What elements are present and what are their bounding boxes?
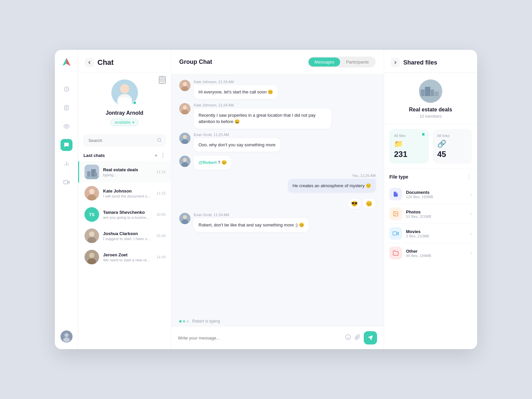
list-item[interactable]: Jeroen Zoet We need to start a new re...… (78, 246, 171, 268)
file-type-more-button[interactable]: ⋮ (466, 173, 472, 181)
file-type-name: Movies (406, 229, 466, 234)
message-input[interactable] (178, 335, 342, 340)
chat-info: Joshua Clarkson I suggest to start, I ha… (103, 231, 152, 241)
group-members: 10 members (420, 114, 442, 119)
svg-rect-64 (393, 232, 397, 235)
dot2 (183, 320, 185, 323)
right-panel: Shared files Real estate deals 10 member… (384, 50, 477, 349)
tab-participants[interactable]: Participants (340, 58, 375, 66)
group-avatar (419, 79, 442, 103)
chat-list: Real estate deals typing... 11:15 Kate J… (78, 161, 171, 349)
list-item[interactable]: Kate Johnson I will send the document s.… (78, 183, 171, 204)
msg-sender: Kate Johnson, 11:24 AM (194, 80, 278, 84)
sidebar-item-stats[interactable] (61, 158, 72, 170)
file-type-meta: 126 files, 193MB (406, 195, 466, 199)
chat-avatar (84, 186, 99, 200)
more-chats-button[interactable]: ⋮ (160, 152, 166, 159)
svg-rect-60 (419, 96, 442, 103)
all-links-card[interactable]: All links 🔗 45 (433, 129, 472, 164)
collapse-button[interactable] (391, 58, 400, 67)
search-row (83, 135, 166, 146)
sidebar-item-chat[interactable] (61, 139, 72, 151)
msg-bubble: Robert, don't be like that and say somet… (194, 218, 309, 232)
tab-group: Messages Participants (308, 57, 376, 67)
file-type-item-other[interactable]: Other 49 files, 194MB › (389, 243, 472, 263)
typing-dots (179, 320, 189, 323)
chat-info: Jeroen Zoet We need to start a new re... (103, 252, 152, 262)
dot1 (179, 320, 182, 323)
chat-avatar (84, 228, 99, 243)
msg-bubble: Recently I saw properties in a great loc… (194, 108, 332, 129)
msg-sender: Evan Scott, 11:34 AM (194, 213, 309, 217)
msg-bubble: Hi everyone, let's start the call soon 😊 (194, 85, 278, 99)
msg-bubble: @Robert ? 😊 (194, 156, 231, 170)
msg-avatar (179, 156, 191, 167)
sidebar-item-eye[interactable] (61, 120, 72, 132)
emoji-button[interactable] (345, 334, 351, 341)
add-chat-button[interactable]: + (155, 153, 158, 159)
file-type-item-movies[interactable]: Movies 3 files, 210MB › (389, 224, 472, 243)
msg-avatar (179, 213, 191, 224)
search-input[interactable] (83, 135, 166, 146)
list-item[interactable]: TS Tamara Shevchenko are you going to a … (78, 204, 171, 225)
file-type-meta: 49 files, 194MB (406, 254, 466, 258)
svg-point-14 (65, 333, 68, 337)
nav-icons (61, 83, 72, 331)
svg-marker-63 (397, 232, 398, 235)
chat-name: Jeroen Zoet (103, 252, 152, 257)
file-stats: All files 📁 231 All links 🔗 45 (384, 124, 477, 169)
stat-label: All links (437, 134, 467, 138)
file-type-name: Other (406, 249, 466, 254)
sidebar-item-video[interactable] (61, 176, 72, 188)
msg-content: You, 11:26 AM He creates an atmosphere o… (288, 174, 376, 193)
chat-preview: are you going to a busine... (103, 215, 152, 219)
profile-avatar-wrap (111, 79, 138, 106)
back-button[interactable] (85, 58, 94, 67)
msg-content: Kate Johnson, 11:24 AM Hi everyone, let'… (194, 80, 278, 99)
message-input-area (171, 326, 384, 349)
status-badge[interactable]: available ▾ (110, 119, 138, 126)
sidebar-item-history[interactable] (61, 83, 72, 95)
msg-avatar (179, 80, 191, 91)
search-icon (157, 138, 162, 144)
all-links-count: 45 (437, 150, 467, 159)
chat-preview: typing... (103, 173, 152, 177)
file-type-item-documents[interactable]: Documents 126 files, 193MB › (389, 185, 472, 204)
svg-point-47 (183, 158, 187, 162)
right-panel-header: Shared files (384, 50, 477, 73)
settings-button[interactable] (159, 76, 166, 84)
message-row: Evan Scott, 11:25 AM Ooo, why don't you … (179, 133, 376, 152)
all-files-card[interactable]: All files 📁 231 (389, 129, 429, 164)
svg-line-22 (160, 141, 161, 142)
movies-icon (389, 227, 402, 240)
file-type-item-photos[interactable]: Photos 53 files, 321MB › (389, 204, 472, 224)
svg-point-15 (63, 337, 70, 342)
file-type-info: Movies 3 files, 210MB (406, 229, 466, 238)
chat-info: Real estate deals typing... (103, 167, 152, 177)
chat-time: 10:05 (156, 212, 166, 216)
icon-bar (55, 50, 78, 349)
msg-avatar (179, 133, 191, 144)
emoji-bubble[interactable]: 😎 (348, 199, 361, 209)
message-row-right: You, 11:26 AM He creates an atmosphere o… (179, 174, 376, 193)
svg-point-18 (120, 84, 129, 93)
list-item[interactable]: Joshua Clarkson I suggest to start, I ha… (78, 225, 171, 246)
message-row: Evan Scott, 11:34 AM Robert, don't be li… (179, 213, 376, 232)
list-item[interactable]: Real estate deals typing... 11:15 (78, 161, 171, 183)
send-button[interactable] (364, 331, 377, 344)
profile-section: Jontray Arnold available ▾ (78, 73, 171, 131)
msg-content: Evan Scott, 11:34 AM Robert, don't be li… (194, 213, 309, 232)
user-avatar-bottom[interactable] (61, 331, 72, 342)
emoji-bubble[interactable]: 😊 (362, 199, 376, 209)
typing-indicator: Robert is typing (171, 316, 384, 326)
file-icon: 📁 (394, 140, 424, 148)
right-panel-title: Shared files (403, 59, 437, 66)
file-type-header: File type ⋮ (389, 173, 472, 181)
chat-preview: We need to start a new re... (103, 258, 152, 262)
sidebar-item-tasks[interactable] (61, 102, 72, 114)
other-icon (389, 247, 402, 259)
tab-messages[interactable]: Messages (309, 58, 340, 66)
stat-dot (422, 133, 425, 136)
chat-info: Tamara Shevchenko are you going to a bus… (103, 210, 152, 219)
attachment-button[interactable] (354, 334, 360, 341)
